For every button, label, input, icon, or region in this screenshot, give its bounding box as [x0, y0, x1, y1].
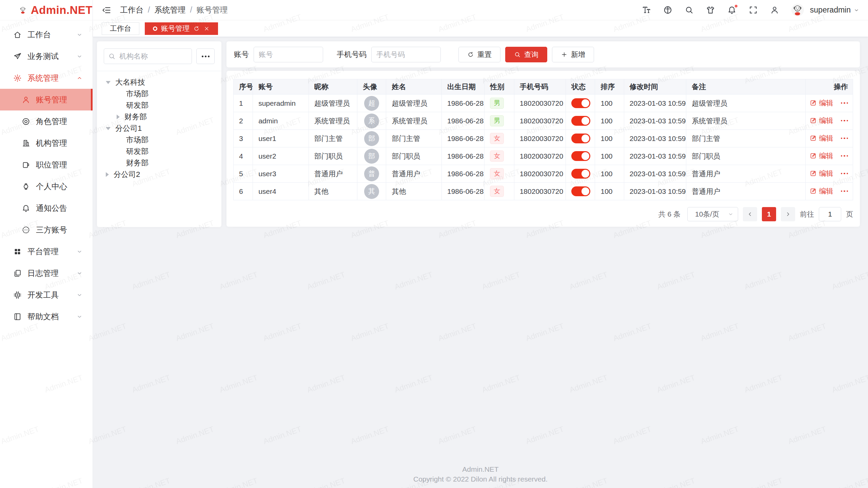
more-actions-button[interactable] [841, 120, 848, 122]
status-toggle[interactable] [571, 98, 590, 108]
refresh-icon[interactable] [193, 25, 200, 32]
sidebar-item-help-docs[interactable]: 帮助文档 [0, 306, 93, 327]
tree-node[interactable]: 大名科技 [104, 77, 215, 88]
status-toggle[interactable] [571, 169, 590, 179]
content: 大名科技 市场部 研发部 财务部 分公司1 市场部 研发部 财务部 分公司2 账… [93, 37, 868, 488]
more-actions-button[interactable] [841, 102, 848, 104]
tree-node[interactable]: 分公司1 [104, 123, 215, 134]
tree-node[interactable]: 财务部 [104, 111, 215, 123]
sidebar-item-position-management[interactable]: 职位管理 [0, 154, 93, 176]
prev-page-button[interactable] [743, 207, 757, 221]
close-icon[interactable] [203, 25, 210, 32]
org-search-input[interactable] [104, 48, 192, 64]
cell-order: 100 [595, 183, 624, 200]
sidebar-item-org-management[interactable]: 机构管理 [0, 132, 93, 154]
tree-node[interactable]: 研发部 [104, 100, 215, 111]
sidebar-item-account-management[interactable]: 账号管理 [0, 89, 93, 110]
page-number-button[interactable]: 1 [762, 207, 776, 221]
cell-nickname: 系统管理员 [309, 112, 357, 130]
status-toggle[interactable] [571, 116, 590, 126]
tree-more-button[interactable] [196, 48, 215, 64]
tab-account-management[interactable]: 账号管理 [145, 22, 218, 35]
caret-expanded-icon[interactable] [106, 127, 111, 130]
sidebar-item-notice[interactable]: 通知公告 [0, 197, 93, 219]
role-icon [22, 117, 30, 126]
bell-icon [22, 204, 30, 212]
sidebar-item-third-party-account[interactable]: 三方账号 [0, 219, 93, 241]
tree-node[interactable]: 财务部 [104, 157, 215, 169]
breadcrumb: 工作台 / 系统管理 / 账号管理 [120, 5, 228, 15]
ellipsis-icon [847, 120, 848, 122]
reset-button[interactable]: 重置 [458, 47, 500, 62]
cell-order: 100 [595, 130, 624, 147]
collapse-menu-icon[interactable] [102, 5, 111, 15]
breadcrumb-item[interactable]: 系统管理 [154, 5, 185, 15]
next-page-button[interactable] [781, 207, 795, 221]
caret-collapsed-icon[interactable] [106, 172, 109, 177]
edit-button[interactable]: 编辑 [810, 151, 833, 161]
breadcrumb-item-current: 账号管理 [197, 5, 228, 15]
notification-button[interactable] [727, 5, 736, 15]
font-size-icon[interactable] [642, 5, 651, 15]
book-icon [13, 312, 22, 321]
status-toggle[interactable] [571, 151, 590, 161]
edit-button[interactable]: 编辑 [810, 98, 833, 108]
ellipsis-icon [844, 102, 845, 104]
edit-button-label: 编辑 [819, 134, 833, 143]
sidebar-item-workbench[interactable]: 工作台 [0, 24, 93, 45]
main-area: 工作台 / 系统管理 / 账号管理 [93, 0, 868, 488]
sidebar-item-label: 业务测试 [27, 51, 71, 62]
logo: Admin.NET [0, 0, 93, 20]
sidebar-item-platform-management[interactable]: 平台管理 [0, 241, 93, 262]
theme-icon[interactable] [706, 5, 715, 15]
edit-button[interactable]: 编辑 [810, 116, 833, 125]
tree-node[interactable]: 分公司2 [104, 169, 215, 180]
table-row: 6 user4 其他 其 其他 1986-06-28 女 18020030720… [234, 183, 853, 200]
more-actions-button[interactable] [841, 155, 848, 157]
add-button[interactable]: 新增 [552, 47, 594, 62]
tab-workbench[interactable]: 工作台 [102, 22, 139, 35]
sidebar-item-personal-center[interactable]: 个人中心 [0, 176, 93, 197]
fullscreen-icon[interactable] [749, 5, 758, 15]
edit-button[interactable]: 编辑 [810, 186, 833, 196]
sidebar-item-business-test[interactable]: 业务测试 [0, 45, 93, 67]
caret-expanded-icon[interactable] [106, 81, 111, 84]
language-icon[interactable] [663, 5, 672, 15]
caret-collapsed-icon[interactable] [117, 115, 120, 119]
page-size-value: 10条/页 [695, 209, 719, 219]
more-actions-button[interactable] [841, 138, 848, 139]
phone-filter-input[interactable] [371, 47, 441, 62]
cell-phone: 18020030720 [514, 112, 566, 130]
tree-node-label: 研发部 [126, 146, 149, 157]
sidebar-item-log-management[interactable]: 日志管理 [0, 262, 93, 284]
status-toggle[interactable] [571, 186, 590, 196]
search-icon[interactable] [685, 5, 694, 15]
more-actions-button[interactable] [841, 190, 848, 192]
edit-button[interactable]: 编辑 [810, 169, 833, 178]
sidebar-item-system-management[interactable]: 系统管理 [0, 67, 93, 89]
tree-node[interactable]: 市场部 [104, 88, 215, 100]
tree-node[interactable]: 研发部 [104, 146, 215, 157]
avatar[interactable] [791, 4, 804, 16]
user-outline-icon[interactable] [770, 5, 779, 15]
cell-modified-time: 2023-01-03 10:59:44 [624, 165, 686, 183]
col-header: 姓名 [386, 79, 442, 95]
sidebar-item-dev-tools[interactable]: 开发工具 [0, 284, 93, 306]
breadcrumb-item[interactable]: 工作台 [120, 5, 143, 15]
goto-page-input[interactable] [819, 207, 841, 221]
status-toggle[interactable] [571, 134, 590, 143]
gender-badge: 女 [490, 168, 504, 179]
page-size-select[interactable]: 10条/页 [687, 207, 738, 221]
edit-button[interactable]: 编辑 [810, 134, 833, 143]
more-actions-button[interactable] [841, 173, 848, 175]
user-menu[interactable]: superadmin [810, 5, 859, 15]
footer: Admin.NET Copyright © 2022 Dilon All rig… [93, 464, 868, 484]
sidebar-item-role-management[interactable]: 角色管理 [0, 110, 93, 132]
cell-birthdate: 1986-06-28 [441, 95, 484, 112]
pagination-total: 共 6 条 [658, 209, 680, 219]
account-filter-input[interactable] [254, 47, 323, 62]
cell-remark: 部门职员 [686, 147, 806, 165]
tree-node[interactable]: 市场部 [104, 134, 215, 146]
edit-button-label: 编辑 [819, 98, 833, 108]
search-button[interactable]: 查询 [505, 47, 547, 62]
